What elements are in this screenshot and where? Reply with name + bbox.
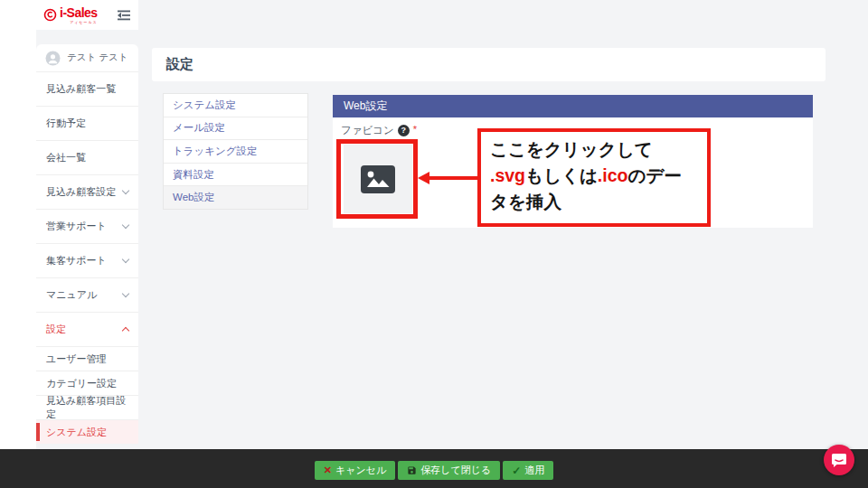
annotation-line: タを挿入: [490, 189, 698, 215]
annotation-highlight-rect: [336, 139, 418, 219]
arrow-shaft: [428, 176, 477, 180]
submenu-item-mail[interactable]: メール設定: [164, 117, 307, 140]
arrow-head: [418, 172, 429, 184]
submenu-item-label: 資料設定: [173, 168, 214, 182]
help-icon[interactable]: ?: [398, 125, 410, 136]
required-mark: *: [413, 124, 417, 135]
chevron-up-icon: [122, 327, 129, 334]
sidebar-item-label: 見込み顧客設定: [46, 185, 116, 199]
annotation-note: ここをクリックして .svgもしくは.icoのデー タを挿入: [477, 128, 711, 227]
logo-box: i-Sales アイセールス: [36, 0, 138, 30]
brand-subtitle: アイセールス: [60, 20, 98, 24]
sidebar-item-label: 会社一覧: [46, 151, 86, 164]
sidebar-item-label: 行動予定: [46, 117, 86, 130]
sidebar-item-manual[interactable]: マニュアル: [36, 277, 138, 312]
sidebar-item-company-list[interactable]: 会社一覧: [36, 140, 138, 174]
settings-submenu: システム設定 メール設定 トラッキング設定 資料設定 Web設定: [163, 93, 308, 210]
submenu-item-document[interactable]: 資料設定: [164, 163, 307, 186]
cancel-x-icon: ✕: [324, 465, 332, 476]
submenu-item-label: トラッキング設定: [173, 145, 258, 158]
user-name: テスト テスト: [67, 52, 127, 64]
sidebar-item-label: 見込み顧客項目設定: [46, 394, 128, 421]
sidebar-item-marketing-support[interactable]: 集客サポート: [36, 243, 138, 277]
save-and-close-button[interactable]: 保存して閉じる: [398, 461, 500, 480]
apply-button[interactable]: ✓ 適用: [503, 461, 553, 480]
sidebar-item-system-settings[interactable]: システム設定: [36, 419, 138, 444]
sidebar-item-category-settings[interactable]: カテゴリー設定: [36, 371, 138, 395]
panel-title: Web設定: [344, 99, 387, 114]
chevron-down-icon: [122, 221, 129, 229]
submenu-item-web[interactable]: Web設定: [164, 185, 307, 209]
submenu-item-label: Web設定: [173, 191, 214, 204]
chat-bubble-icon: [831, 452, 847, 468]
screen: i-Sales アイセールス テスト テスト 見込み顧客一覧 行動予定: [0, 0, 868, 488]
submenu-item-label: メール設定: [173, 121, 225, 135]
submenu-item-label: システム設定: [173, 99, 236, 112]
sidebar-item-prospect-settings[interactable]: 見込み顧客設定: [36, 174, 138, 209]
avatar: [45, 51, 61, 66]
sidebar-item-prospect-field-settings[interactable]: 見込み顧客項目設定: [36, 395, 138, 419]
sidebar-item-settings[interactable]: 設定: [36, 312, 138, 346]
sidebar-item-label: 見込み顧客一覧: [46, 82, 116, 96]
save-and-close-label: 保存して閉じる: [420, 464, 491, 477]
apply-label: 適用: [524, 464, 544, 477]
submenu-item-tracking[interactable]: トラッキング設定: [164, 139, 307, 163]
brand-name: i-Sales: [60, 6, 98, 19]
menu-fold-icon[interactable]: [117, 9, 131, 22]
footer-action-bar: ✕ キャンセル 保存して閉じる ✓ 適用: [0, 449, 868, 488]
cancel-label: キャンセル: [335, 464, 386, 477]
sidebar-item-user-management[interactable]: ユーザー管理: [36, 346, 138, 371]
apply-check-icon: ✓: [512, 465, 521, 477]
brand: i-Sales アイセールス: [43, 6, 117, 24]
chevron-down-icon: [122, 256, 129, 263]
sidebar: テスト テスト 見込み顧客一覧 行動予定 会社一覧 見込み顧客設定 営業サポート…: [36, 44, 138, 444]
chevron-down-icon: [122, 290, 129, 297]
page-title: 設定: [166, 56, 193, 73]
save-icon: [407, 465, 417, 475]
brand-mark-icon: [43, 8, 57, 22]
sidebar-item-label: マニュアル: [46, 288, 97, 302]
sidebar-item-label: カテゴリー設定: [46, 377, 117, 390]
favicon-field-label-row: ファビコン ? *: [341, 124, 417, 137]
cancel-button[interactable]: ✕ キャンセル: [315, 461, 396, 480]
sidebar-item-sales-support[interactable]: 営業サポート: [36, 209, 138, 243]
user-row[interactable]: テスト テスト: [36, 44, 138, 71]
sidebar-item-label: 設定: [46, 323, 66, 336]
sidebar-item-label: ユーザー管理: [46, 352, 107, 366]
annotation-arrow: [418, 172, 477, 184]
web-settings-panel-header: Web設定: [333, 95, 813, 117]
sidebar-item-label: システム設定: [46, 426, 107, 439]
sidebar-item-label: 集客サポート: [46, 254, 107, 267]
annotation-line: ここをクリックして: [490, 136, 698, 163]
page-header: 設定: [152, 48, 826, 81]
chat-launcher-button[interactable]: [824, 445, 854, 475]
favicon-label: ファビコン: [341, 124, 394, 137]
sidebar-item-prospect-list[interactable]: 見込み顧客一覧: [36, 71, 138, 106]
submenu-item-system[interactable]: システム設定: [164, 94, 307, 117]
chevron-down-icon: [122, 187, 129, 194]
annotation-line: .svgもしくは.icoのデー: [490, 163, 698, 189]
sidebar-item-label: 営業サポート: [46, 220, 107, 233]
sidebar-item-action-schedule[interactable]: 行動予定: [36, 106, 138, 140]
